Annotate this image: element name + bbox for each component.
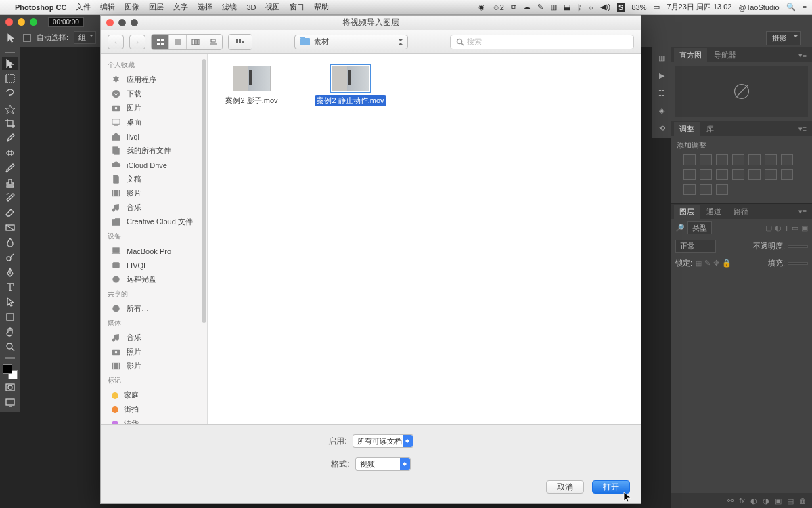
new-group-icon[interactable]: ▣ [775, 496, 782, 505]
sidebar-scrollbar[interactable] [202, 59, 206, 323]
search-field[interactable]: 搜索 [450, 35, 634, 49]
arrange-dropdown[interactable] [228, 34, 252, 50]
file-browser[interactable]: 案例2 影子.mov 案例2 静止动作.mov [208, 54, 641, 424]
curves-adjust-icon[interactable] [716, 154, 728, 165]
battery-menu-icon[interactable]: ▥ [550, 3, 557, 12]
cancel-button[interactable]: 取消 [546, 480, 584, 494]
filter-type-icon[interactable]: T [784, 224, 789, 232]
clock[interactable]: 7月23日 周四 13 02 [667, 2, 731, 12]
battery-percent[interactable]: 83% [631, 3, 646, 12]
menu-layer[interactable]: 图层 [149, 2, 164, 12]
coverflow-view-button[interactable] [204, 35, 222, 49]
volume-icon[interactable]: ◀)) [600, 3, 610, 12]
sidebar-item-all-shared[interactable]: 所有… [101, 301, 207, 316]
menu-view[interactable]: 视图 [265, 2, 280, 12]
gradient-map-icon[interactable] [683, 184, 696, 195]
sidebar-item-documents[interactable]: 文稿 [101, 172, 207, 186]
history-brush-tool[interactable] [2, 191, 18, 205]
dodge-tool[interactable] [2, 251, 18, 264]
nav-back-button[interactable]: ‹ [108, 35, 124, 49]
sidebar-item-remote-disc[interactable]: 远程光盘 [101, 272, 207, 287]
camera-icon[interactable]: ⧉ [511, 3, 516, 12]
menu-extras-icon[interactable]: ≡ [803, 3, 807, 12]
move-tool[interactable] [2, 57, 18, 70]
lock-all-icon[interactable]: 🔒 [722, 259, 731, 268]
properties-panel-icon[interactable]: ☷ [654, 85, 669, 100]
panel-menu-icon[interactable]: ▾≡ [796, 125, 809, 133]
channel-mixer-icon[interactable] [716, 169, 728, 180]
hand-tool[interactable] [2, 325, 18, 339]
auto-select-dropdown[interactable]: 组 [74, 31, 96, 44]
status-app-icon[interactable]: ◉ [478, 3, 485, 12]
path-select-tool[interactable] [2, 295, 18, 309]
menu-help[interactable]: 帮助 [314, 2, 329, 12]
workspace-switcher[interactable]: 摄影 [766, 31, 801, 45]
filter-pixel-icon[interactable]: ▢ [765, 224, 772, 232]
sidebar-item-media-music[interactable]: 音乐 [101, 331, 207, 345]
menu-3d[interactable]: 3D [246, 3, 256, 12]
layer-fx-icon[interactable]: fx [739, 496, 745, 505]
crop-tool[interactable] [2, 117, 18, 130]
sidebar-item-desktop[interactable]: 桌面 [101, 115, 207, 129]
app-name[interactable]: Photoshop CC [15, 3, 66, 12]
current-tool-icon[interactable] [5, 33, 18, 43]
menu-image[interactable]: 图像 [125, 2, 139, 12]
link-layers-icon[interactable]: ⚯ [727, 496, 734, 505]
brush-tool[interactable] [2, 161, 18, 175]
nav-forward-button[interactable]: › [129, 35, 145, 49]
menu-file[interactable]: 文件 [76, 2, 91, 12]
sidebar-item-applications[interactable]: 应用程序 [101, 72, 207, 87]
sidebar-tag-family[interactable]: 家庭 [101, 388, 207, 402]
enable-select[interactable]: 所有可读文档 [353, 434, 413, 448]
quick-select-tool[interactable] [2, 102, 18, 115]
brightness-adjust-icon[interactable] [683, 154, 696, 165]
format-select[interactable]: 视频 [355, 457, 411, 471]
foreground-color-swatch[interactable] [3, 364, 12, 374]
type-tool[interactable] [2, 280, 18, 294]
lock-position-icon[interactable]: ✥ [713, 259, 719, 268]
spotlight-icon[interactable]: 🔍 [786, 3, 796, 12]
tab-adjustments[interactable]: 调整 [674, 122, 700, 136]
eraser-tool[interactable] [2, 206, 18, 219]
tab-paths[interactable]: 路径 [728, 205, 754, 219]
photo-filter-icon[interactable] [700, 169, 712, 180]
close-window-button[interactable] [5, 18, 13, 26]
wechat-icon[interactable]: ☺2 [492, 3, 503, 12]
selective-color-icon[interactable] [700, 184, 712, 195]
sidebar-item-media-photos[interactable]: 照片 [101, 345, 207, 359]
menu-window[interactable]: 窗口 [290, 2, 304, 12]
list-view-button[interactable] [169, 35, 187, 49]
gradient-tool[interactable] [2, 221, 18, 234]
menu-select[interactable]: 选择 [198, 2, 212, 12]
sidebar-item-allfiles[interactable]: 我的所有文件 [101, 144, 207, 158]
healing-tool[interactable] [2, 146, 18, 160]
column-view-button[interactable] [187, 35, 204, 49]
sidebar-item-icloud[interactable]: iCloud Drive [101, 158, 207, 172]
blur-tool[interactable] [2, 236, 18, 249]
tab-navigator[interactable]: 导航器 [708, 48, 742, 62]
filter-smart-icon[interactable]: ▣ [801, 224, 808, 232]
shape-tool[interactable] [2, 310, 18, 324]
wifi-icon[interactable]: ⟐ [589, 3, 593, 12]
sidebar-item-movies[interactable]: 影片 [101, 186, 207, 200]
minimize-window-button[interactable] [18, 18, 25, 26]
tab-channels[interactable]: 通道 [701, 205, 727, 219]
file-item-selected[interactable]: 案例2 静止动作.mov [313, 66, 388, 412]
location-popup[interactable]: 素材 [294, 35, 408, 49]
color-lookup-icon[interactable] [732, 169, 744, 180]
layer-mask-icon[interactable]: ◐ [750, 496, 757, 505]
sidebar-item-media-movies[interactable]: 影片 [101, 359, 207, 373]
hue-adjust-icon[interactable] [765, 154, 777, 165]
sidebar-item-disk[interactable]: LIVQI [101, 258, 207, 272]
posterize-icon[interactable] [765, 169, 777, 180]
sidebar-item-home[interactable]: livqi [101, 129, 207, 144]
filter-shape-icon[interactable]: ▭ [792, 224, 798, 232]
tab-layers[interactable]: 图层 [674, 205, 700, 219]
panel-menu-icon[interactable]: ▾≡ [796, 51, 809, 60]
sidebar-tag-street[interactable]: 街拍 [101, 402, 207, 417]
3d-panel-icon[interactable]: ◈ [654, 103, 669, 118]
user-name[interactable]: @TaoStudio [738, 3, 779, 12]
lasso-tool[interactable] [2, 87, 18, 100]
sidebar-item-cc[interactable]: Creative Cloud 文件 [101, 215, 207, 229]
delete-layer-icon[interactable]: 🗑 [799, 496, 807, 505]
